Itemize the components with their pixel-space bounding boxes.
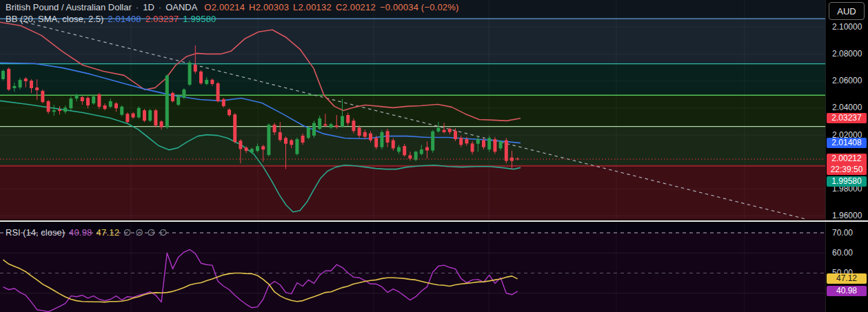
currency-label: AUD	[837, 6, 856, 17]
bb-upper-value: 2.03237	[145, 14, 179, 24]
price-axis-label: 2.04000	[832, 103, 862, 112]
bb-label[interactable]: BB (20, SMA, close, 2.5)	[6, 14, 103, 24]
price-axis-label: 2.10000	[832, 22, 862, 32]
rsi-label[interactable]: RSI (14, close)	[6, 227, 65, 238]
price-axis-label: 2.06000	[832, 76, 862, 85]
price-axis-label: 1.96000	[832, 211, 862, 220]
price-axis[interactable]: AUD 2.100002.080002.060002.040002.020001…	[825, 0, 868, 312]
rsi-axis-label: 60.00	[832, 248, 853, 258]
trading-chart-window: British Pound / Australian Dollar · 1D ·…	[0, 0, 868, 312]
currency-badge[interactable]: AUD	[829, 2, 865, 20]
price-axis-label: 2.08000	[832, 49, 862, 59]
rsi-band-empty: ∅	[135, 227, 143, 238]
price-level-badge: 2.01408	[827, 138, 867, 148]
exchange-name[interactable]: OANDA	[165, 2, 197, 12]
current-price-badge: 2.0021222:39:50	[827, 154, 867, 175]
separator-dot: ·	[159, 2, 161, 12]
timeframe-value[interactable]: 1D	[143, 2, 154, 12]
open-value: O2.00214	[204, 2, 245, 12]
close-value: C2.00212	[336, 2, 376, 12]
rsi-value-badge: 47.12	[827, 273, 867, 284]
high-value: H2.00303	[249, 2, 289, 12]
bb-indicator-legend: BB (20, SMA, close, 2.5) 2.01408 2.03237…	[6, 14, 216, 24]
rsi-ma-value: 47.12	[97, 227, 120, 238]
bb-lower-badge: 1.99580	[827, 176, 867, 187]
symbol-legend: British Pound / Australian Dollar · 1D ·…	[6, 2, 459, 12]
bar-countdown-timer: 22:39:50	[827, 165, 867, 176]
current-price-value: 2.00212	[827, 154, 867, 165]
separator-dot: ·	[136, 2, 139, 12]
rsi-value-badge: 40.98	[827, 286, 867, 296]
rsi-band-empty: ∅	[159, 227, 167, 238]
rsi-axis-label: 70.00	[832, 228, 853, 238]
price-level-badge: 2.03237	[827, 113, 867, 123]
rsi-value: 40.98	[69, 227, 92, 238]
bb-basis-value: 2.01408	[108, 14, 141, 24]
low-value: L2.00132	[293, 2, 332, 12]
chart-canvas[interactable]	[0, 0, 868, 312]
pane-separator[interactable]	[0, 220, 868, 222]
rsi-indicator-legend: RSI (14, close) 40.98 47.12 ∅ ∅ ∅ ∅	[6, 227, 167, 238]
change-value: −0.00034 (−0.02%)	[380, 2, 459, 12]
bb-lower-value: 1.99580	[183, 14, 216, 24]
rsi-band-empty: ∅	[123, 227, 131, 238]
rsi-band-empty: ∅	[148, 227, 155, 238]
symbol-title[interactable]: British Pound / Australian Dollar	[6, 2, 132, 12]
